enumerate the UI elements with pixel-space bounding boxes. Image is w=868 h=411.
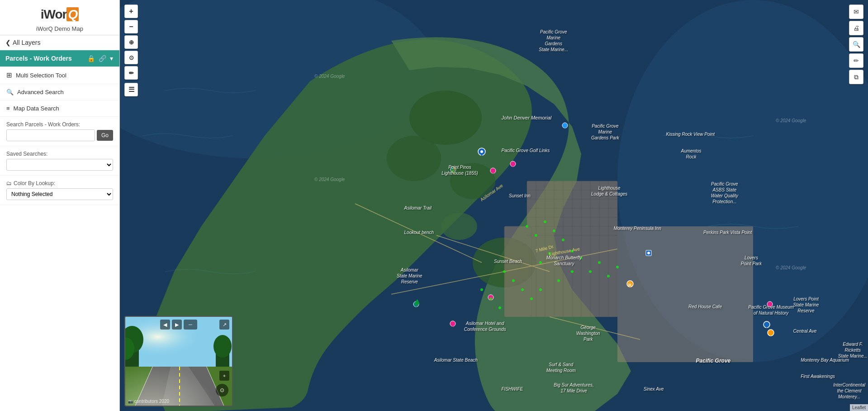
color-lookup-label: 🗂 Color By Lookup: [6, 180, 113, 186]
sidebar-item-advanced-search[interactable]: 🔍 Advanced Search [0, 84, 119, 100]
color-lookup-text: Color By Lookup: [14, 180, 55, 186]
svg-rect-9 [504, 226, 531, 317]
svg-text:🏛: 🏛 [628, 282, 632, 287]
search-label: Search Parcels - Work Orders: [6, 121, 113, 128]
svg-text:🚶: 🚶 [451, 165, 458, 172]
svg-point-59 [598, 261, 601, 264]
map-area[interactable]: © 2024 Google © 2024 Google © 2024 Googl… [120, 0, 868, 411]
street-view-expand-area: ↗ [219, 320, 229, 330]
zoom-out-button[interactable]: − [124, 20, 138, 33]
layers-button[interactable]: ⧉ [849, 70, 863, 84]
svg-point-57 [557, 279, 560, 282]
svg-point-53 [539, 261, 542, 264]
saved-searches-section: Saved Searches: [0, 146, 119, 176]
svg-point-36 [480, 150, 483, 153]
sv-attribution-icon: 📷 [128, 399, 133, 404]
svg-point-48 [535, 234, 537, 237]
compass-icon: ⊙ [220, 387, 224, 393]
logo-highlight: Q [66, 7, 79, 21]
svg-point-63 [512, 279, 515, 282]
multi-selection-icon: ⊞ [6, 71, 12, 79]
all-layers-label: All Layers [13, 39, 40, 46]
go-button[interactable]: Go [97, 130, 113, 141]
draw-button[interactable]: ✏ [849, 53, 863, 68]
advanced-search-label: Advanced Search [17, 89, 64, 96]
multi-selection-label: Multi Selection Tool [16, 72, 66, 79]
svg-point-4 [387, 136, 441, 181]
svg-text:© 2024 Google: © 2024 Google [776, 265, 806, 270]
sv-attribution-text: contributors 2020 [134, 399, 169, 404]
street-view-controls: ◀ ▶ ─ [160, 320, 197, 330]
sv-zoom-controls: + [219, 371, 229, 381]
svg-point-64 [521, 288, 524, 291]
svg-point-7 [441, 213, 477, 240]
sv-compass: ⊙ [216, 384, 228, 397]
share-icon[interactable]: 🔗 [98, 54, 107, 63]
svg-point-68 [489, 297, 492, 300]
svg-point-71 [647, 252, 650, 254]
svg-point-61 [616, 266, 619, 268]
demo-map-title: iWorQ Demo Map [36, 25, 83, 32]
svg-rect-26 [640, 272, 730, 362]
search-row: Go [6, 129, 113, 141]
sv-next-button[interactable]: ▶ [172, 320, 182, 330]
svg-point-49 [544, 220, 546, 223]
map-controls-left: + − ⊕ ⊙ ✏ [124, 5, 138, 80]
svg-point-65 [530, 297, 533, 300]
pencil-button[interactable]: ✏ [124, 66, 138, 80]
map-menu-button[interactable]: ☰ [124, 83, 138, 96]
map-controls-right: ✉ 🖨 🔍 ✏ ⧉ [849, 5, 863, 84]
logo-text: iWorQ [41, 7, 79, 22]
svg-text:© 2024 Google: © 2024 Google [314, 177, 345, 182]
svg-point-56 [571, 270, 574, 273]
sidebar-item-multi-selection[interactable]: ⊞ Multi Selection Tool [0, 67, 119, 84]
saved-searches-select[interactable] [6, 159, 113, 171]
svg-point-67 [480, 288, 483, 291]
sidebar-item-map-data-search[interactable]: ≡ Map Data Search [0, 100, 119, 117]
map-data-search-label: Map Data Search [14, 105, 59, 112]
layer-header-icons: 🔒 🔗 ▾ [86, 54, 114, 63]
svg-text:© 2024 Google: © 2024 Google [314, 74, 345, 79]
color-lookup-folder-icon: 🗂 [6, 180, 12, 186]
email-button[interactable]: ✉ [849, 5, 863, 19]
svg-text:🌲: 🌲 [414, 299, 421, 306]
search-input[interactable] [6, 129, 95, 141]
sv-expand-button[interactable]: ↗ [219, 320, 229, 330]
svg-text:© 2024 Google: © 2024 Google [776, 118, 806, 123]
color-lookup-section: 🗂 Color By Lookup: Nothing Selected [0, 176, 119, 205]
layer-header: Parcels - Work Orders 🔒 🔗 ▾ [0, 50, 119, 67]
locate-button[interactable]: ⊕ [124, 35, 138, 49]
leaflet-attr-text: Leaflet [852, 405, 866, 410]
svg-point-69 [498, 306, 501, 309]
color-lookup-select[interactable]: Nothing Selected [6, 188, 113, 200]
layer-title-area: Parcels - Work Orders [5, 55, 72, 62]
svg-point-47 [526, 225, 528, 228]
sv-prev-button[interactable]: ◀ [160, 320, 170, 330]
map-menu-button-area: ☰ [124, 83, 138, 96]
lock-icon[interactable]: 🔒 [86, 54, 96, 63]
street-view-panel[interactable]: ◀ ▶ ─ ↗ + ⊙ 📷 contributors 2020 [124, 316, 233, 406]
svg-point-50 [553, 229, 555, 232]
svg-point-55 [580, 257, 583, 259]
zoom-in-button[interactable]: + [124, 5, 138, 18]
print-button[interactable]: 🖨 [849, 21, 863, 35]
sv-pause-button[interactable]: ─ [184, 320, 197, 330]
svg-point-62 [503, 270, 506, 273]
all-layers-chevron-icon: ❮ [5, 39, 11, 46]
svg-point-58 [589, 270, 592, 273]
svg-point-66 [539, 288, 542, 291]
search-section: Search Parcels - Work Orders: Go [0, 117, 119, 146]
svg-point-60 [607, 275, 610, 277]
layer-title: Parcels - Work Orders [5, 55, 72, 62]
sv-zoom-in-button[interactable]: + [219, 371, 229, 381]
all-layers-nav[interactable]: ❮ All Layers [0, 35, 119, 50]
sidebar: iWorQ iWorQ Demo Map ❮ All Layers Parcel… [0, 0, 120, 411]
chevron-down-icon[interactable]: ▾ [109, 54, 114, 63]
map-data-search-icon: ≡ [6, 105, 10, 112]
search-button[interactable]: 🔍 [849, 37, 863, 52]
logo-area: iWorQ iWorQ Demo Map [0, 0, 119, 35]
saved-searches-label: Saved Searches: [6, 151, 113, 157]
leaflet-attribution: Leaflet [850, 404, 868, 411]
crosshair-button[interactable]: ⊙ [124, 51, 138, 64]
svg-point-51 [562, 239, 564, 241]
